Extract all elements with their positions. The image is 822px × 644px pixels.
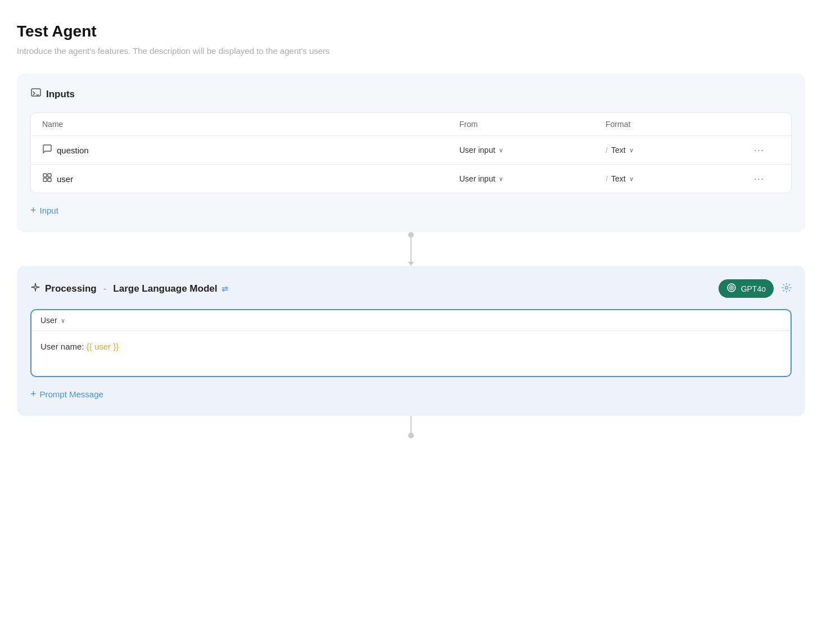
text-cursor-icon: I bbox=[606, 174, 608, 183]
connector bbox=[17, 232, 805, 266]
question-more-button[interactable]: ··· bbox=[752, 144, 766, 156]
message-content[interactable]: User name: {{ user }} bbox=[31, 331, 791, 376]
swap-icon[interactable]: ⇄ bbox=[222, 284, 228, 293]
user-label: user bbox=[57, 174, 73, 184]
col-format: Format bbox=[606, 120, 752, 129]
page-title: Test Agent bbox=[17, 22, 805, 40]
question-from-dropdown[interactable]: User input ∨ bbox=[459, 146, 503, 155]
question-format-cell[interactable]: I Text ∨ bbox=[606, 146, 752, 155]
question-from-cell[interactable]: User input ∨ bbox=[459, 146, 606, 155]
model-settings-icon[interactable] bbox=[782, 283, 792, 295]
connector-line bbox=[410, 238, 412, 262]
bottom-connector-line bbox=[410, 416, 412, 433]
model-area: GPT4o bbox=[719, 279, 792, 298]
model-name: GPT4o bbox=[741, 284, 766, 293]
role-label: User bbox=[40, 316, 57, 325]
gpt-badge[interactable]: GPT4o bbox=[719, 279, 774, 298]
processing-icon bbox=[30, 282, 40, 295]
role-dropdown[interactable]: User ∨ bbox=[40, 316, 65, 325]
processing-header: Processing - Large Language Model ⇄ GPT4… bbox=[30, 279, 792, 298]
text-cursor-icon: I bbox=[606, 146, 608, 155]
connector-arrow bbox=[408, 262, 414, 266]
plus-icon: + bbox=[30, 205, 37, 216]
chevron-down-icon: ∨ bbox=[499, 147, 503, 154]
question-label: question bbox=[57, 146, 89, 155]
user-format-cell[interactable]: I Text ∨ bbox=[606, 174, 752, 183]
user-icon bbox=[42, 173, 52, 185]
connector-dot bbox=[408, 232, 414, 238]
chevron-down-icon: ∨ bbox=[61, 317, 65, 324]
dash-separator: - bbox=[103, 283, 107, 294]
bottom-connector-dot bbox=[408, 433, 414, 438]
svg-rect-2 bbox=[48, 174, 51, 177]
user-more-cell[interactable]: ··· bbox=[752, 173, 780, 185]
page-subtitle: Introduce the agent's features. The desc… bbox=[17, 46, 805, 56]
table-header: Name From Format bbox=[31, 113, 791, 136]
bottom-connector bbox=[17, 416, 805, 438]
user-from-cell[interactable]: User input ∨ bbox=[459, 174, 606, 183]
svg-point-6 bbox=[785, 286, 788, 289]
add-prompt-button[interactable]: + Prompt Message bbox=[30, 386, 103, 402]
table-row: user User input ∨ I Text ∨ ··· bbox=[31, 165, 791, 193]
processing-subtitle: Large Language Model bbox=[113, 283, 217, 294]
message-box: User ∨ User name: {{ user }} bbox=[30, 309, 792, 377]
row-name-question: question bbox=[42, 144, 459, 156]
openai-icon bbox=[726, 283, 737, 294]
plus-icon: + bbox=[30, 388, 37, 400]
processing-title: Processing - Large Language Model ⇄ bbox=[30, 282, 228, 295]
inputs-table: Name From Format question User input ∨ bbox=[30, 112, 792, 193]
inputs-icon bbox=[30, 87, 42, 101]
chevron-down-icon: ∨ bbox=[499, 175, 503, 183]
user-from-dropdown[interactable]: User input ∨ bbox=[459, 174, 503, 183]
message-prefix: User name: bbox=[40, 342, 87, 351]
processing-section: Processing - Large Language Model ⇄ GPT4… bbox=[17, 266, 805, 416]
row-name-user: user bbox=[42, 173, 459, 185]
user-more-button[interactable]: ··· bbox=[752, 173, 766, 185]
add-input-button[interactable]: + Input bbox=[30, 202, 58, 219]
processing-label: Processing bbox=[45, 283, 97, 294]
user-format-dropdown[interactable]: Text ∨ bbox=[611, 174, 634, 183]
chevron-down-icon: ∨ bbox=[629, 175, 634, 183]
template-variable: {{ user }} bbox=[87, 342, 119, 351]
col-from: From bbox=[459, 120, 606, 129]
col-name: Name bbox=[42, 120, 459, 129]
question-icon bbox=[42, 144, 52, 156]
inputs-header: Inputs bbox=[30, 87, 792, 101]
question-format-dropdown[interactable]: Text ∨ bbox=[611, 146, 634, 155]
inputs-title: Inputs bbox=[46, 89, 75, 100]
svg-rect-3 bbox=[43, 178, 47, 182]
table-row: question User input ∨ I Text ∨ ··· bbox=[31, 136, 791, 165]
svg-rect-1 bbox=[43, 174, 47, 177]
svg-rect-4 bbox=[48, 178, 51, 182]
inputs-section: Inputs Name From Format question User bbox=[17, 74, 805, 232]
chevron-down-icon: ∨ bbox=[629, 147, 634, 154]
message-role-bar: User ∨ bbox=[31, 310, 791, 331]
question-more-cell[interactable]: ··· bbox=[752, 144, 780, 156]
